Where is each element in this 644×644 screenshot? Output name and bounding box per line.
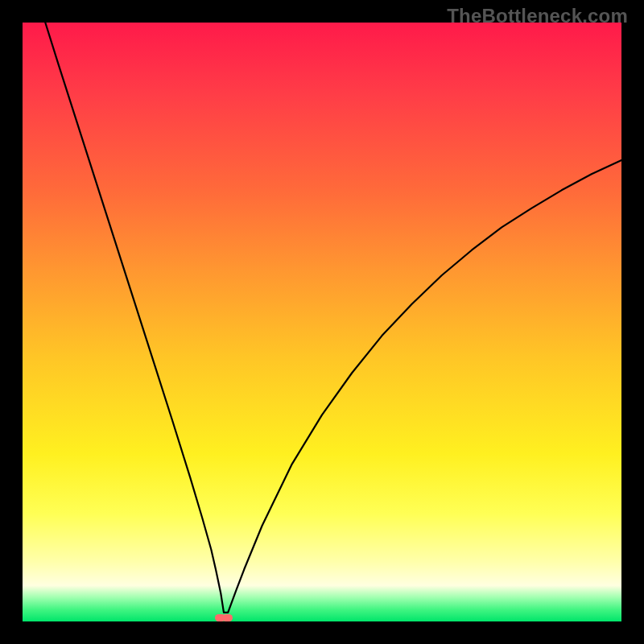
plot-area <box>23 23 621 621</box>
bottleneck-curve-canvas <box>23 23 621 621</box>
chart-frame: TheBottleneck.com <box>0 0 644 644</box>
minimum-marker-2 <box>222 614 233 622</box>
